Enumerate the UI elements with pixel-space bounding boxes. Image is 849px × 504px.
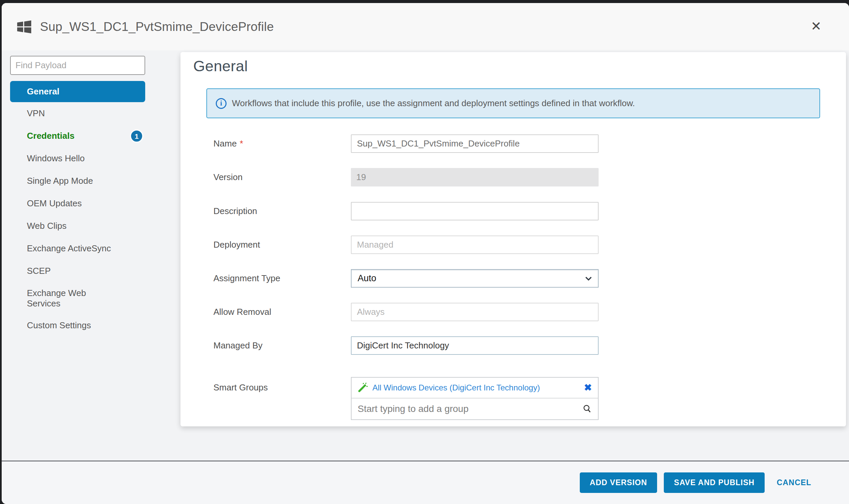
required-asterisk: * (240, 139, 243, 148)
remove-group-icon[interactable]: ✖ (584, 383, 592, 393)
search-icon[interactable] (582, 404, 592, 414)
description-label: Description (213, 202, 344, 220)
description-input[interactable] (351, 202, 599, 220)
version-row: Version (180, 168, 846, 186)
dialog-footer: ADD VERSION SAVE AND PUBLISH CANCEL (2, 461, 849, 504)
name-label: Name* (213, 134, 344, 153)
credentials-count-badge: 1 (130, 129, 143, 142)
smart-groups-label: Smart Groups (213, 377, 344, 398)
name-input[interactable] (351, 134, 599, 153)
sidebar-item-windows-hello[interactable]: Windows Hello (10, 147, 145, 170)
panel-heading: General (193, 57, 248, 75)
smart-groups-row: Smart Groups All Windows Devices (DigiCe… (180, 377, 846, 420)
add-version-button[interactable]: ADD VERSION (580, 472, 657, 493)
sidebar-item-general[interactable]: General (10, 81, 145, 102)
sidebar-item-scep[interactable]: SCEP (10, 260, 145, 282)
info-icon: i (216, 98, 227, 109)
dialog-title: Sup_WS1_DC1_PvtSmime_DeviceProfile (40, 20, 274, 34)
cancel-button[interactable]: CANCEL (771, 472, 817, 493)
assignment-type-value: Auto (358, 273, 376, 284)
allow-removal-label: Allow Removal (213, 303, 344, 321)
assignment-type-row: Assignment Type Auto (180, 269, 846, 288)
allow-removal-row: Allow Removal (180, 303, 846, 321)
deployment-row: Deployment (180, 236, 846, 254)
managed-by-input[interactable] (351, 336, 599, 355)
profile-dialog: Sup_WS1_DC1_PvtSmime_DeviceProfile ✕ Gen… (2, 3, 849, 504)
sidebar-item-web-clips[interactable]: Web Clips (10, 215, 145, 237)
assignment-type-select[interactable]: Auto (351, 269, 599, 288)
assignment-type-label: Assignment Type (213, 269, 344, 288)
smart-group-link[interactable]: All Windows Devices (DigiCert Inc Techno… (372, 383, 584, 393)
close-icon[interactable]: ✕ (811, 20, 821, 33)
smart-group-chip: All Windows Devices (DigiCert Inc Techno… (352, 378, 598, 398)
deployment-input[interactable] (351, 236, 599, 254)
payload-sidebar: General VPN Credentials 1 Windows Hello … (10, 56, 145, 337)
allow-removal-input[interactable] (351, 303, 599, 321)
managed-by-row: Managed By (180, 336, 846, 355)
add-group-input[interactable] (358, 403, 582, 414)
deployment-label: Deployment (213, 236, 344, 254)
sidebar-item-vpn[interactable]: VPN (10, 102, 145, 125)
payload-list: General VPN Credentials 1 Windows Hello … (10, 81, 145, 337)
sidebar-item-credentials[interactable]: Credentials 1 (10, 125, 145, 147)
sidebar-item-exchange-web-services[interactable]: Exchange Web Services (10, 282, 145, 314)
sidebar-item-exchange-activesync[interactable]: Exchange ActiveSync (10, 237, 145, 260)
dialog-body: General VPN Credentials 1 Windows Hello … (2, 50, 849, 461)
chevron-down-icon (585, 276, 592, 281)
version-input (351, 168, 599, 186)
save-and-publish-button[interactable]: SAVE AND PUBLISH (664, 472, 765, 493)
magic-wand-icon (358, 383, 368, 393)
sidebar-item-oem-updates[interactable]: OEM Updates (10, 192, 145, 215)
managed-by-label: Managed By (213, 336, 344, 355)
version-label: Version (213, 168, 344, 186)
general-panel: General i Workflows that include this pr… (180, 52, 846, 426)
windows-logo-icon (16, 19, 32, 35)
find-payload-input[interactable] (10, 56, 145, 75)
name-row: Name* (180, 134, 846, 153)
smart-groups-box: All Windows Devices (DigiCert Inc Techno… (351, 377, 599, 420)
info-banner-text: Workflows that include this profile, use… (232, 98, 635, 109)
smart-group-add-row (352, 398, 598, 419)
description-row: Description (180, 202, 846, 220)
dialog-header: Sup_WS1_DC1_PvtSmime_DeviceProfile ✕ (2, 3, 849, 50)
sidebar-item-single-app-mode[interactable]: Single App Mode (10, 170, 145, 192)
info-banner: i Workflows that include this profile, u… (206, 88, 820, 118)
sidebar-item-custom-settings[interactable]: Custom Settings (10, 314, 145, 337)
